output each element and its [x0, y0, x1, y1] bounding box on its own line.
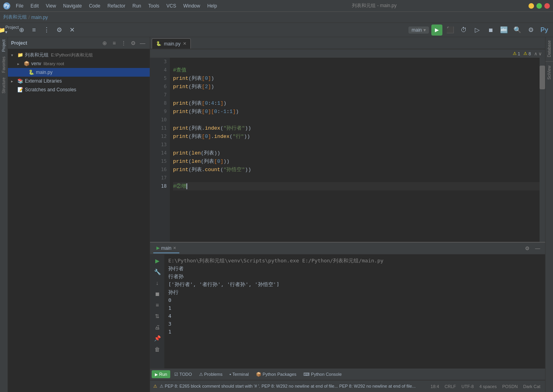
sdk-info[interactable]: POSDN [500, 384, 519, 389]
menu-item-help[interactable]: Help [204, 2, 220, 9]
problems-tab-button[interactable]: ⚠ Problems [196, 370, 226, 379]
sidebar-item-favorites[interactable]: Favorites [1, 54, 7, 75]
code-line-15: print(len(列表[0])) [173, 157, 540, 166]
menu-item-edit[interactable]: Edit [27, 2, 42, 9]
run-stop-button[interactable]: ⏹ [152, 289, 162, 299]
right-sidebar-database[interactable]: Database [546, 39, 552, 59]
python-packages-tab-button[interactable]: 📦 Python Packages [253, 370, 300, 379]
code-line-6: print(列表[2]) [173, 83, 540, 91]
run-button[interactable]: ▶ [431, 24, 442, 36]
menu-item-tools[interactable]: Tools [145, 2, 162, 9]
settings-button[interactable]: ⚙ [54, 24, 65, 36]
tree-item-scratches[interactable]: 📝 Scratches and Consoles [8, 85, 150, 94]
panel-close-button[interactable]: — [139, 39, 147, 47]
indent-info[interactable]: 4 spaces [478, 384, 498, 389]
warning-item-2[interactable]: ⚠ 8 [523, 51, 531, 56]
menu-item-refactor[interactable]: Refactor [104, 2, 128, 9]
project-panel: Project ⊕ ≡ ⋮ ⚙ — ▾ 📁 列表和元组 E:\Python\列表… [8, 37, 150, 392]
left-sidebar: Project Favorites Structure [0, 37, 8, 392]
run-tab-button[interactable]: ▶ Run [152, 370, 170, 378]
panel-settings-button[interactable]: ⚙ [129, 39, 137, 47]
panel-locate-button[interactable]: ⊕ [101, 39, 109, 47]
tree-item-external-libs[interactable]: ▸ 📚 External Libraries [8, 77, 150, 85]
stop-button[interactable]: ⏹ [485, 24, 496, 36]
theme-info[interactable]: Dark Cat [522, 384, 542, 389]
locate-file-button[interactable]: ⊕ [16, 24, 27, 36]
maximize-button[interactable] [536, 3, 542, 9]
run-pin-button[interactable]: 📌 [152, 334, 162, 343]
run-settings-button[interactable]: ⚙ [523, 244, 532, 253]
main-area: Project Favorites Structure Project ⊕ ≡ … [0, 37, 553, 392]
right-sidebar: Database SciView [545, 37, 553, 392]
terminal-tab-button[interactable]: ▪ Terminal [226, 370, 252, 378]
line-14: 14 [150, 149, 167, 157]
close-button[interactable] [544, 3, 550, 9]
scroll-arrows[interactable]: ∧ ∨ [534, 51, 542, 57]
tree-item-mainpy[interactable]: 🐍 main.py [8, 68, 150, 77]
run-list2-button[interactable]: ⇅ [152, 311, 162, 321]
scroll-down-arrow[interactable]: ∨ [538, 51, 542, 57]
todo-tab-button[interactable]: ☑ TODO [171, 370, 195, 379]
git-branch-selector[interactable]: main ▾ [408, 26, 429, 34]
collapse-all-button[interactable]: ≡ [28, 24, 40, 36]
search-everywhere-button[interactable]: 🔍 [512, 24, 523, 36]
panel-tree-button[interactable]: ≡ [110, 39, 118, 47]
run-tab-close[interactable]: ✕ [173, 246, 176, 250]
expand-all-button[interactable]: ⋮ [41, 24, 52, 36]
line-3: 3 [150, 58, 167, 66]
panel-filter-button[interactable]: ⋮ [120, 39, 128, 47]
translate-button[interactable]: 🔤 [498, 24, 510, 36]
menu-item-run[interactable]: Run [129, 2, 144, 9]
python-console-tab-button[interactable]: ⌨ Python Console [300, 370, 345, 379]
run-trash-button[interactable]: 🗑 [152, 345, 162, 354]
run-output-line-6: 1 [168, 304, 541, 312]
run-content: ▶ 🔧 ↓ ⏹ ≡ ⇅ 🖨 📌 🗑 E:\Python\列表和元组\venv\S… [150, 254, 545, 368]
run-with-coverage[interactable]: ▷ [472, 24, 483, 36]
menu-item-vcs[interactable]: VCS [163, 2, 179, 9]
tab-close-button[interactable]: ✕ [183, 41, 186, 46]
close-panel-button[interactable]: ✕ [66, 24, 77, 36]
warning-item-1[interactable]: ⚠ 1 [513, 51, 520, 56]
menu-item-navigate[interactable]: Navigate [60, 2, 85, 9]
settings-gear-button[interactable]: ⚙ [525, 24, 536, 36]
run-output-line-1: 孙行者 [168, 265, 541, 273]
sidebar-item-structure[interactable]: Structure [1, 75, 7, 96]
run-output-line-5: 0 [168, 296, 541, 304]
project-dropdown-button[interactable]: 📁 Project ▾ [3, 24, 14, 36]
run-tab-main[interactable]: ▶ main ✕ [153, 244, 179, 253]
right-sidebar-sciview[interactable]: SciView [546, 64, 552, 81]
tab-mainpy[interactable]: 🐍 main.py ✕ [152, 38, 191, 49]
code-line-17 [173, 174, 540, 182]
sidebar-item-project[interactable]: Project [1, 37, 7, 54]
tree-item-root[interactable]: ▾ 📁 列表和元组 E:\Python\列表和元组 [8, 51, 150, 59]
file-encoding[interactable]: UTF-8 [460, 384, 475, 389]
status-info: 18:4 CRLF UTF-8 4 spaces POSDN Dark Cat [429, 384, 542, 389]
code-content[interactable]: #查值 print(列表[0]) print(列表[2]) print(列表[0… [170, 58, 540, 242]
code-line-5: print(列表[0]) [173, 74, 540, 83]
run-print-button[interactable]: 🖨 [152, 322, 162, 332]
run-down-button[interactable]: ↓ [152, 278, 162, 288]
cursor-position[interactable]: 18:4 [429, 384, 440, 389]
editor-scrollbar[interactable] [540, 58, 545, 242]
debug-button[interactable]: ⬛ [445, 24, 456, 36]
help-button[interactable]: Py [539, 24, 550, 36]
run-list-button[interactable]: ≡ [152, 300, 162, 310]
menu-item-window[interactable]: Window [180, 2, 203, 9]
menu-item-file[interactable]: File [13, 2, 26, 9]
breadcrumb-project[interactable]: 列表和元组 [3, 14, 27, 21]
nav-bar: 列表和元组 / main.py [0, 12, 553, 23]
tree-item-venv[interactable]: ▸ 📦 venv library root [8, 59, 150, 68]
run-collapse-button[interactable]: — [533, 244, 542, 253]
code-line-18: #②增 [173, 182, 540, 190]
breadcrumb-file[interactable]: main.py [31, 15, 48, 20]
profile-button[interactable]: ⏱ [458, 24, 469, 36]
minimize-button[interactable] [529, 3, 534, 9]
code-line-9: print(列表[0][0:-1:1]) [173, 107, 540, 116]
menu-item-view[interactable]: View [43, 2, 59, 9]
scroll-up-arrow[interactable]: ∧ [534, 51, 538, 57]
run-play-button[interactable]: ▶ [152, 256, 162, 266]
menu-item-code[interactable]: Code [86, 2, 103, 9]
line-endings[interactable]: CRLF [443, 384, 458, 389]
code-editor[interactable]: 3 4 5 6 7 8 9 10 11 12 13 14 15 16 17 18 [150, 58, 545, 242]
run-wrench-button[interactable]: 🔧 [152, 267, 162, 277]
